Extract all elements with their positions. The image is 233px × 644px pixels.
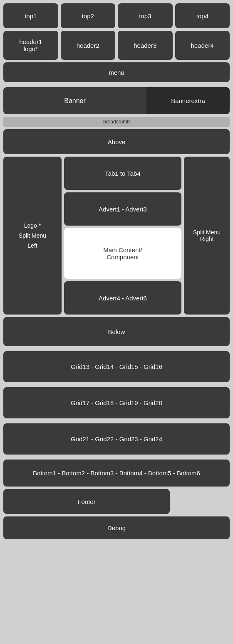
above-label: Above xyxy=(108,138,126,145)
bottom-block[interactable]: Bottom1 - Bottom2 - Bottom3 - Bottom4 - … xyxy=(3,460,230,487)
top3-label: top3 xyxy=(139,12,151,20)
grid1-block[interactable]: Grid13 - Grid14 - Grid15 - Grid16 xyxy=(3,351,230,382)
left-sidebar[interactable]: Logo * Split Menu Left xyxy=(3,157,62,315)
grid1-label: Grid13 - Grid14 - Grid15 - Grid16 xyxy=(71,363,162,370)
top3-block[interactable]: top3 xyxy=(118,3,173,28)
right-sidebar[interactable]: Split Menu Right xyxy=(184,157,230,315)
breadcrumb[interactable]: breadcrumb xyxy=(3,117,230,127)
main-content-block: Main Content/ Component xyxy=(64,228,181,279)
main-content-label: Main Content/ Component xyxy=(103,246,142,261)
header-row: header1 logo* header2 header3 header4 xyxy=(3,31,230,60)
header1-block[interactable]: header1 logo* xyxy=(3,31,58,60)
menu-block[interactable]: menu xyxy=(3,62,230,82)
right-sidebar-side: Right xyxy=(200,236,214,242)
top1-block[interactable]: top1 xyxy=(3,3,58,28)
left-sidebar-side: Left xyxy=(27,242,37,249)
debug-row: Debug xyxy=(3,516,230,539)
tabs-block[interactable]: Tab1 to Tab4 xyxy=(64,157,181,190)
advert-top-label: Advert1 - Advert3 xyxy=(99,206,147,213)
grid3-label: Grid21 - Grid22 - Grid23 - Grid24 xyxy=(71,435,162,442)
debug-block[interactable]: Debug xyxy=(3,516,230,539)
menu-label: menu xyxy=(109,69,124,76)
header2-block[interactable]: header2 xyxy=(61,31,116,60)
menu-row: menu xyxy=(3,62,230,82)
header3-label: header3 xyxy=(134,42,156,49)
header1-label: header1 logo* xyxy=(19,38,42,52)
banner-row: Banner Bannerextra xyxy=(3,87,230,114)
tabs-label: Tab1 to Tab4 xyxy=(105,170,141,177)
bottom-row: Bottom1 - Bottom2 - Bottom3 - Bottom4 - … xyxy=(3,460,230,487)
below-label: Below xyxy=(108,328,125,335)
header3-block[interactable]: header3 xyxy=(118,31,173,60)
top2-label: top2 xyxy=(82,12,94,20)
top4-block[interactable]: top4 xyxy=(175,3,230,28)
footer-block[interactable]: Footer xyxy=(3,489,170,514)
banner-main[interactable]: Banner xyxy=(3,87,146,114)
breadcrumb-label: breadcrumb xyxy=(103,119,130,125)
grid2-row: Grid17 - Grid18 - Grid19 - Grid20 xyxy=(3,387,230,418)
left-sidebar-menu: Split Menu xyxy=(19,232,46,239)
banner-label: Banner xyxy=(64,97,86,105)
debug-label: Debug xyxy=(107,524,126,531)
header4-block[interactable]: header4 xyxy=(175,31,230,60)
grid2-label: Grid17 - Grid18 - Grid19 - Grid20 xyxy=(71,399,162,406)
right-sidebar-menu: Split Menu xyxy=(193,229,221,236)
below-row: Below xyxy=(3,317,230,346)
top-row: top1 top2 top3 top4 xyxy=(3,3,230,28)
advert-top-block[interactable]: Advert1 - Advert3 xyxy=(64,192,181,226)
below-block[interactable]: Below xyxy=(3,317,230,346)
banner-extra[interactable]: Bannerextra xyxy=(146,87,230,114)
left-sidebar-logo: Logo * xyxy=(24,222,41,229)
center-content: Tab1 to Tab4 Advert1 - Advert3 Main Cont… xyxy=(64,157,181,315)
footer-label: Footer xyxy=(77,498,95,505)
grid3-row: Grid21 - Grid22 - Grid23 - Grid24 xyxy=(3,423,230,455)
bottom-label: Bottom1 - Bottom2 - Bottom3 - Bottom4 - … xyxy=(33,469,200,477)
top2-block[interactable]: top2 xyxy=(61,3,116,28)
grid2-block[interactable]: Grid17 - Grid18 - Grid19 - Grid20 xyxy=(3,387,230,418)
above-row: Above xyxy=(3,129,230,154)
advert-bottom-block[interactable]: Advert4 - Advert6 xyxy=(64,281,181,315)
grid3-block[interactable]: Grid21 - Grid22 - Grid23 - Grid24 xyxy=(3,423,230,455)
header2-label: header2 xyxy=(77,42,99,49)
top4-label: top4 xyxy=(196,12,208,20)
advert-bottom-label: Advert4 - Advert6 xyxy=(99,295,147,302)
grid1-row: Grid13 - Grid14 - Grid15 - Grid16 xyxy=(3,351,230,382)
header4-label: header4 xyxy=(191,42,214,49)
top1-label: top1 xyxy=(25,12,37,20)
banner-extra-label: Bannerextra xyxy=(171,97,205,104)
content-area: Logo * Split Menu Left Tab1 to Tab4 Adve… xyxy=(3,157,230,315)
above-block[interactable]: Above xyxy=(3,129,230,154)
footer-row: Footer xyxy=(3,489,230,514)
